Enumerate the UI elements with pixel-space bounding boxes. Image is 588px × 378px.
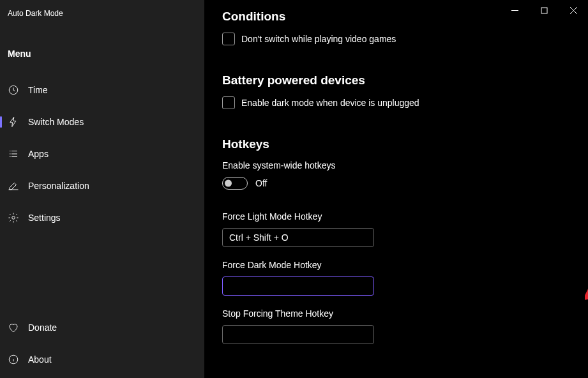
toggle-state-label: Off (255, 178, 267, 188)
sidebar-item-about[interactable]: About (0, 344, 204, 375)
sidebar-item-switch-modes[interactable]: Switch Modes (0, 106, 204, 138)
checkbox-label: Enable dark mode when device is unplugge… (241, 98, 419, 108)
toggle-row-hotkeys: Off (222, 177, 570, 190)
close-button[interactable] (559, 0, 588, 20)
sidebar-item-personalization[interactable]: Personalization (0, 170, 204, 202)
sidebar-item-label: Switch Modes (28, 117, 84, 127)
sidebar-item-donate[interactable]: Donate (0, 312, 204, 344)
sidebar-item-time[interactable]: Time (0, 74, 204, 106)
window-controls (500, 0, 588, 20)
sidebar-item-label: Settings (28, 213, 61, 223)
stop-forcing-input[interactable] (222, 325, 374, 344)
info-icon (8, 354, 19, 365)
checkbox-label: Don't switch while playing video games (241, 34, 396, 44)
force-light-input[interactable] (222, 228, 374, 247)
sidebar-item-settings[interactable]: Settings (0, 202, 204, 234)
sidebar-item-label: Personalization (28, 181, 89, 191)
force-dark-label: Force Dark Mode Hotkey (222, 260, 570, 270)
checkbox-unplugged[interactable] (222, 96, 235, 109)
lightning-icon (8, 116, 19, 128)
sidebar: Auto Dark Mode Menu Time Switch Modes Ap… (0, 0, 204, 378)
clock-icon (8, 84, 19, 96)
sidebar-item-label: About (28, 354, 52, 365)
enable-hotkeys-label: Enable system-wide hotkeys (222, 160, 570, 170)
minimize-button[interactable] (500, 0, 529, 20)
force-light-label: Force Light Mode Hotkey (222, 211, 570, 222)
app-title: Auto Dark Mode (0, 6, 204, 18)
checkbox-row-unplugged: Enable dark mode when device is unplugge… (222, 96, 570, 109)
sidebar-item-apps[interactable]: Apps (0, 138, 204, 170)
gear-icon (8, 212, 19, 223)
heart-icon (8, 322, 19, 333)
nav-bottom: Donate About (0, 312, 204, 378)
force-dark-input[interactable] (222, 276, 374, 296)
checkbox-row-video-games: Don't switch while playing video games (222, 33, 570, 45)
sidebar-item-label: Donate (28, 322, 57, 333)
section-heading-hotkeys: Hotkeys (222, 137, 570, 151)
stop-forcing-label: Stop Forcing Theme Hotkey (222, 308, 570, 319)
settings-panel: Conditions Don't switch while playing vi… (204, 0, 588, 357)
maximize-button[interactable] (529, 0, 559, 20)
menu-heading: Menu (0, 18, 204, 74)
sidebar-item-label: Time (28, 85, 48, 95)
nav-list: Time Switch Modes Apps Personalization S (0, 74, 204, 378)
svg-rect-3 (541, 8, 547, 13)
section-heading-battery: Battery powered devices (222, 73, 570, 87)
checkbox-video-games[interactable] (222, 33, 235, 45)
edit-icon (8, 180, 19, 192)
main-content: Conditions Don't switch while playing vi… (204, 0, 588, 378)
list-icon (8, 148, 19, 160)
svg-point-1 (12, 216, 15, 220)
toggle-enable-hotkeys[interactable] (222, 177, 248, 190)
sidebar-item-label: Apps (28, 149, 49, 159)
